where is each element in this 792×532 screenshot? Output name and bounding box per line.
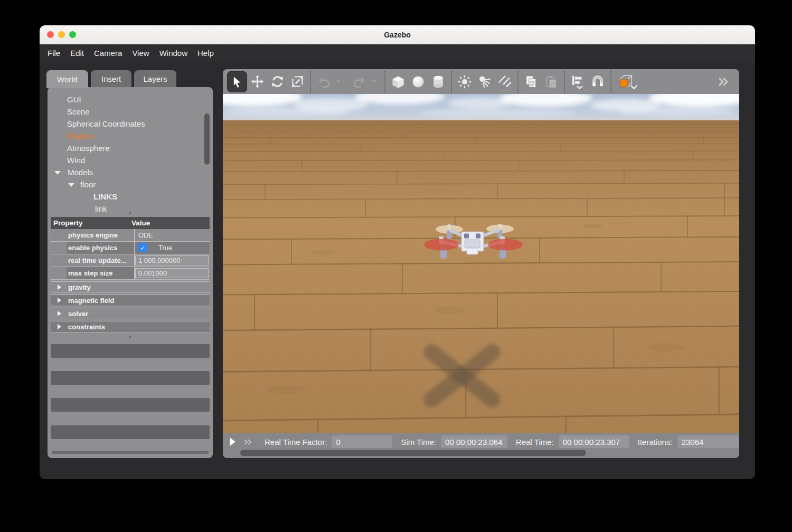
gazebo-window: Gazebo File Edit Camera View Window Help… — [40, 25, 755, 479]
sim-time-label: Sim Time: — [401, 438, 436, 446]
enable-physics-value: True — [158, 244, 172, 252]
collapsed-arrow-icon — [58, 284, 61, 290]
section-magnetic-field[interactable]: magnetic field — [51, 294, 210, 306]
tree-item-scene[interactable]: Scene — [48, 106, 213, 118]
titlebar: Gazebo — [40, 25, 755, 44]
insert-cylinder-button[interactable] — [428, 71, 448, 92]
undo-history-button[interactable] — [334, 71, 342, 92]
menu-file[interactable]: File — [48, 49, 60, 58]
viewport-toolbar — [223, 69, 739, 94]
spot-light-icon — [477, 74, 492, 89]
menu-camera[interactable]: Camera — [94, 49, 122, 58]
insert-box-button[interactable] — [388, 71, 408, 92]
panel-tabs: World Insert Layers — [46, 70, 176, 88]
menu-help[interactable]: Help — [197, 49, 214, 58]
tree-item-wind[interactable]: Wind — [48, 154, 213, 166]
step-chevrons-icon[interactable] — [243, 438, 253, 446]
tree-item-floor[interactable]: floor — [48, 178, 213, 191]
copy-button[interactable] — [521, 71, 541, 92]
enable-physics-checkbox[interactable]: ✓ — [138, 243, 147, 252]
toolbar-separator — [451, 71, 452, 93]
paste-button[interactable] — [541, 71, 561, 92]
translate-tool-button[interactable] — [247, 71, 267, 92]
undo-button[interactable] — [314, 71, 334, 92]
magnet-icon — [590, 74, 606, 90]
rotate-tool-button[interactable] — [267, 71, 287, 92]
render-viewport: Real Time Factor: 0 Sim Time: 00 00:00:2… — [223, 69, 739, 458]
collapsed-arrow-icon — [58, 311, 61, 316]
empty-row-bar — [51, 344, 210, 358]
world-panel: GUI Scene Spherical Coordinates Physics … — [48, 87, 213, 458]
tab-world[interactable]: World — [46, 70, 88, 88]
tree-item-gui[interactable]: GUI — [48, 93, 213, 106]
tree-item-physics[interactable]: Physics — [48, 130, 213, 142]
column-header-property: Property — [51, 219, 131, 227]
chevron-down-icon — [335, 79, 341, 84]
section-constraints[interactable]: constraints — [51, 321, 210, 332]
real-time-value: 00 00:00:23.307 — [559, 435, 629, 448]
redo-icon — [352, 74, 367, 89]
tab-insert[interactable]: Insert — [91, 70, 131, 87]
table-column-divider — [134, 229, 135, 280]
empty-row-bar — [51, 398, 210, 412]
cylinder-icon — [431, 74, 446, 89]
tree-scrollbar[interactable] — [204, 113, 210, 165]
scale-tool-button[interactable] — [287, 71, 307, 92]
scene-render — [223, 94, 739, 433]
real-time-label: Real Time: — [516, 438, 554, 446]
property-row-max-step-size: max step size 0.001000 — [51, 267, 210, 280]
box-icon — [390, 74, 406, 90]
tree-item-atmosphere[interactable]: Atmosphere — [48, 142, 213, 154]
splitter-handle[interactable] — [129, 336, 131, 338]
toolbar-overflow-button[interactable] — [713, 71, 733, 92]
simulation-statusbar: Real Time Factor: 0 Sim Time: 00 00:00:2… — [223, 433, 739, 458]
real-time-factor-label: Real Time Factor: — [265, 438, 327, 446]
point-light-button[interactable] — [455, 71, 475, 92]
tab-layers[interactable]: Layers — [134, 70, 176, 87]
spot-light-button[interactable] — [475, 71, 495, 92]
menu-view[interactable]: View — [132, 49, 149, 58]
window-title: Gazebo — [40, 31, 755, 39]
iterations-value: 23064 — [677, 435, 739, 448]
splitter-handle[interactable] — [129, 212, 131, 214]
move-icon — [250, 74, 265, 89]
tree-item-spherical-coordinates[interactable]: Spherical Coordinates — [48, 118, 213, 130]
property-table-header: Property Value — [51, 217, 210, 229]
toolbar-separator — [517, 71, 518, 93]
scale-icon — [290, 74, 305, 89]
viewport-3d-scene[interactable] — [223, 94, 739, 433]
column-header-value: Value — [131, 219, 150, 227]
select-tool-button[interactable] — [227, 71, 247, 92]
align-button[interactable] — [568, 71, 588, 92]
section-gravity[interactable]: gravity — [51, 281, 210, 293]
tree-item-links[interactable]: LINKS — [48, 191, 213, 203]
menu-edit[interactable]: Edit — [70, 49, 84, 58]
toolbar-separator — [384, 71, 385, 93]
redo-button[interactable] — [350, 71, 370, 92]
max-step-size-field[interactable]: 0.001000 — [135, 268, 209, 278]
insert-sphere-button[interactable] — [408, 71, 428, 92]
toolbar-separator — [310, 71, 311, 93]
redo-history-button[interactable] — [370, 71, 378, 92]
chevron-down-icon — [371, 79, 377, 84]
select-cursor-icon — [230, 75, 244, 89]
collapsed-arrow-icon — [58, 298, 61, 303]
view-angle-button[interactable] — [614, 71, 642, 92]
expand-arrow-icon[interactable] — [54, 171, 61, 175]
section-solver[interactable]: solver — [51, 308, 210, 319]
property-table: Property Value physics engine ODE enable… — [51, 217, 210, 332]
menu-window[interactable]: Window — [159, 49, 187, 58]
viewport-hscrollbar-thumb[interactable] — [240, 450, 586, 456]
panel-hscrollbar[interactable] — [52, 451, 209, 454]
real-time-update-field[interactable]: 1 000.000000 — [135, 255, 209, 265]
expand-playback-arrow[interactable] — [229, 437, 236, 446]
expand-arrow-icon[interactable] — [68, 183, 74, 187]
point-light-icon — [457, 74, 472, 89]
property-row-real-time-update: real time update... 1 000.000000 — [51, 254, 210, 267]
snap-button[interactable] — [588, 71, 608, 92]
empty-row-bar — [51, 371, 210, 385]
property-row-physics-engine: physics engine ODE — [51, 229, 210, 242]
directional-light-button[interactable] — [495, 71, 515, 92]
tree-item-models[interactable]: Models — [48, 166, 213, 178]
undo-icon — [316, 74, 331, 89]
